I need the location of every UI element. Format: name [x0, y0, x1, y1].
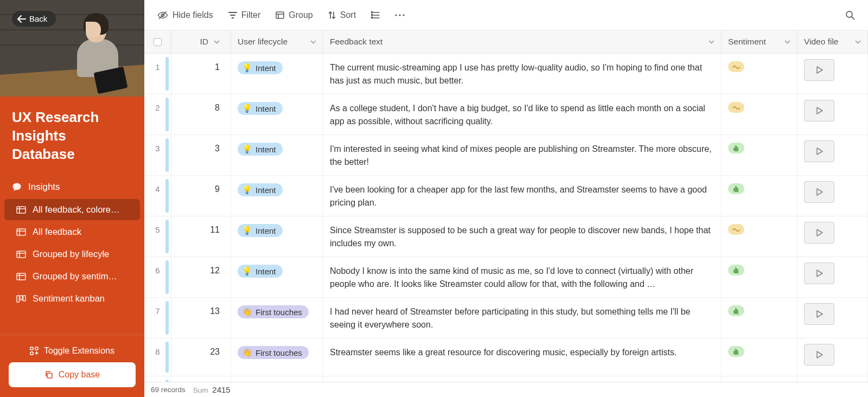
table-row[interactable]: 511💡IntentSince Streamster is supposed t…: [144, 216, 868, 257]
hide-fields-button[interactable]: Hide fields: [157, 10, 213, 20]
feedback-cell[interactable]: I think Streamster would benefit from im…: [323, 376, 722, 382]
filter-button[interactable]: Filter: [228, 10, 261, 20]
header-feedback[interactable]: Feedback text: [323, 30, 722, 53]
id-cell[interactable]: 11: [171, 216, 231, 257]
lifecycle-cell[interactable]: 👋First touches: [231, 376, 323, 382]
video-cell[interactable]: [797, 298, 868, 338]
video-cell[interactable]: [797, 257, 868, 297]
sidebar-view-item[interactable]: Grouped by lifecyle: [4, 244, 140, 265]
video-cell[interactable]: [797, 54, 868, 94]
search-button[interactable]: [845, 10, 855, 20]
video-cell[interactable]: [797, 94, 868, 135]
table-row[interactable]: 49💡IntentI've been looking for a cheaper…: [144, 176, 868, 216]
row-number-cell[interactable]: 1: [144, 54, 171, 94]
lifecycle-emoji-icon: 💡: [242, 144, 252, 154]
id-cell[interactable]: 23: [171, 338, 231, 376]
sentiment-cell[interactable]: [722, 298, 797, 338]
row-number-cell[interactable]: 7: [144, 298, 171, 338]
base-title: UX Research Insights Database: [0, 97, 144, 176]
sidebar-view-item[interactable]: Sentiment kanban: [4, 288, 140, 309]
lifecycle-cell[interactable]: 💡Intent: [231, 135, 323, 175]
feedback-cell[interactable]: Streamster seems like a great resource f…: [323, 338, 722, 376]
copy-base-button[interactable]: Copy base: [9, 362, 136, 387]
id-cell[interactable]: 3: [171, 135, 231, 175]
table-row[interactable]: 33💡IntentI'm interested in seeing what k…: [144, 135, 868, 176]
feedback-cell[interactable]: As a college student, I don't have a big…: [323, 94, 722, 135]
id-cell[interactable]: 8: [171, 94, 231, 135]
video-play-button[interactable]: [804, 140, 834, 162]
id-cell[interactable]: 12: [171, 257, 231, 297]
row-number-cell[interactable]: 4: [144, 176, 171, 216]
more-button[interactable]: [395, 14, 405, 16]
row-number-cell[interactable]: 9: [144, 376, 171, 382]
id-cell[interactable]: 13: [171, 298, 231, 338]
id-cell[interactable]: 1: [171, 54, 231, 94]
table-row[interactable]: 954👋First touchesI think Streamster woul…: [144, 376, 868, 382]
sidebar-view-item[interactable]: All feedback, colore…: [4, 199, 140, 220]
group-button[interactable]: Group: [276, 10, 312, 20]
row-number-cell[interactable]: 2: [144, 94, 171, 135]
table-row[interactable]: 11💡IntentThe current music-streaming app…: [144, 54, 868, 94]
sidebar-view-item[interactable]: All feedback: [4, 221, 140, 242]
feedback-cell[interactable]: Since Streamster is supposed to be such …: [323, 216, 722, 257]
sentiment-cell[interactable]: [722, 176, 797, 216]
lifecycle-cell[interactable]: 💡Intent: [231, 257, 323, 297]
sentiment-cell[interactable]: [722, 94, 797, 135]
back-button[interactable]: Back: [12, 11, 56, 27]
play-icon: [814, 146, 824, 156]
header-video[interactable]: Video file: [797, 30, 868, 53]
header-sentiment[interactable]: Sentiment: [722, 30, 797, 53]
table-row[interactable]: 28💡IntentAs a college student, I don't h…: [144, 94, 868, 135]
video-cell[interactable]: [797, 338, 868, 376]
toggle-extensions-button[interactable]: Toggle Extensions: [9, 340, 136, 362]
nav-section-insights[interactable]: Insights: [0, 176, 144, 198]
select-all-checkbox[interactable]: [154, 38, 162, 46]
chevron-down-icon: [855, 40, 861, 44]
header-lifecycle[interactable]: User lifecycle: [231, 30, 323, 53]
feedback-cell[interactable]: Nobody I know is into the same kind of m…: [323, 257, 722, 297]
lifecycle-cell[interactable]: 💡Intent: [231, 54, 323, 94]
video-play-button[interactable]: [804, 100, 834, 121]
video-cell[interactable]: [797, 176, 868, 216]
sidebar-view-item[interactable]: Grouped by sentim…: [4, 266, 140, 287]
row-number-cell[interactable]: 8: [144, 338, 171, 376]
row-number-cell[interactable]: 5: [144, 216, 171, 257]
sentiment-cell[interactable]: [722, 135, 797, 175]
video-play-button[interactable]: [804, 222, 834, 244]
video-cell[interactable]: [797, 216, 868, 257]
sentiment-cell[interactable]: [722, 216, 797, 257]
video-cell[interactable]: [797, 376, 868, 382]
feedback-cell[interactable]: I've been looking for a cheaper app for …: [323, 176, 722, 216]
video-play-button[interactable]: [804, 344, 834, 366]
header-checkbox-cell[interactable]: [144, 30, 171, 53]
header-id[interactable]: ID: [171, 30, 231, 53]
feedback-cell[interactable]: I had never heard of Streamster before p…: [323, 298, 722, 338]
video-play-button[interactable]: [804, 181, 834, 203]
sentiment-cell[interactable]: [722, 376, 797, 382]
table-row[interactable]: 612💡IntentNobody I know is into the same…: [144, 257, 868, 298]
feedback-cell[interactable]: I'm interested in seeing what kind of mi…: [323, 135, 722, 175]
lifecycle-cell[interactable]: 💡Intent: [231, 216, 323, 257]
color-button[interactable]: [371, 11, 380, 19]
lifecycle-cell[interactable]: 💡Intent: [231, 176, 323, 216]
sentiment-cell[interactable]: [722, 54, 797, 94]
id-cell[interactable]: 9: [171, 176, 231, 216]
lifecycle-cell[interactable]: 👋First touches: [231, 298, 323, 338]
lifecycle-cell[interactable]: 💡Intent: [231, 94, 323, 135]
table-row[interactable]: 823👋First touchesStreamster seems like a…: [144, 338, 868, 376]
lifecycle-cell[interactable]: 👋First touches: [231, 338, 323, 376]
video-cell[interactable]: [797, 135, 868, 175]
row-color-stripe: [165, 301, 169, 335]
video-play-button[interactable]: [804, 262, 834, 284]
sentiment-cell[interactable]: [722, 338, 797, 376]
table-row[interactable]: 713👋First touchesI had never heard of St…: [144, 298, 868, 338]
feedback-cell[interactable]: The current music-streaming app I use ha…: [323, 54, 722, 94]
video-play-button[interactable]: [804, 303, 834, 325]
sort-button[interactable]: Sort: [328, 10, 356, 20]
video-play-button[interactable]: [804, 59, 834, 81]
sentiment-cell[interactable]: [722, 257, 797, 297]
row-number-cell[interactable]: 6: [144, 257, 171, 297]
row-number-cell[interactable]: 3: [144, 135, 171, 175]
id-cell[interactable]: 54: [171, 376, 231, 382]
sort-icon: [328, 11, 336, 20]
